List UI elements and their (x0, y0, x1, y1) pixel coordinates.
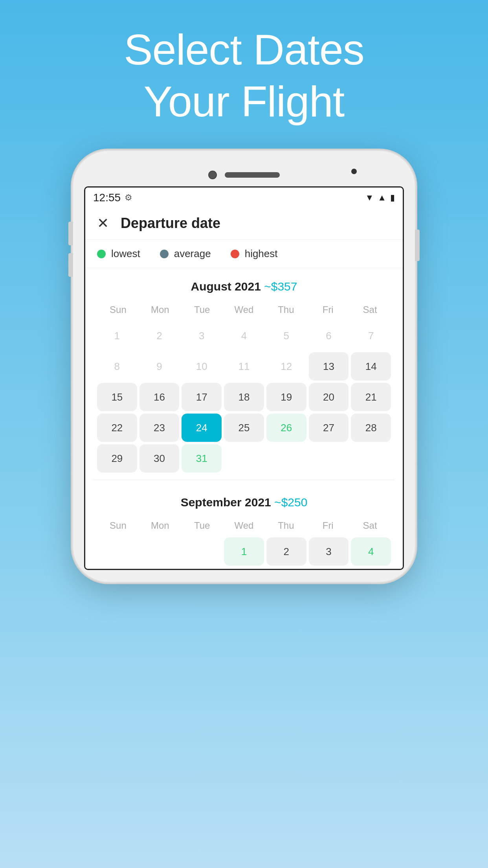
day-thu: Thu (265, 301, 307, 318)
hero-title: Select Dates Your Flight (0, 0, 488, 151)
calendar-day-13[interactable]: 13 (309, 352, 349, 381)
screen-title: Departure date (121, 215, 220, 232)
day-mon: Mon (139, 301, 181, 318)
calendar-day-4: 4 (224, 322, 264, 350)
power-button (415, 230, 420, 261)
phone-wrapper: 12:55 ⚙ ▼ ▲ ▮ ✕ Departure date lowest (0, 151, 488, 582)
september-price: ~$250 (274, 496, 307, 509)
day-sun: Sun (97, 301, 139, 318)
average-dot (160, 250, 169, 258)
volume-up-button (68, 222, 73, 245)
calendar-day-empty (266, 444, 306, 473)
month-separator (93, 480, 395, 480)
september-title: September 2021 (181, 496, 271, 509)
calendar-day-16[interactable]: 16 (139, 383, 180, 411)
september-day-names: Sun Mon Tue Wed Thu Fri Sat (93, 517, 395, 534)
gear-icon: ⚙ (125, 193, 132, 203)
sep-day-tue: Tue (181, 517, 223, 534)
sep-day-sat: Sat (349, 517, 391, 534)
close-button[interactable]: ✕ (97, 215, 109, 232)
day-wed: Wed (223, 301, 265, 318)
august-header: August 2021 ~$357 (93, 268, 395, 301)
calendar-day-15[interactable]: 15 (97, 383, 137, 411)
calendar-day-20[interactable]: 20 (309, 383, 349, 411)
calendar-day-27[interactable]: 27 (309, 414, 349, 442)
calendar-day-empty (351, 444, 391, 473)
sep-day-wed: Wed (223, 517, 265, 534)
calendar-day-empty (309, 444, 349, 473)
calendar-day-19[interactable]: 19 (266, 383, 306, 411)
calendar-day-22[interactable]: 22 (97, 414, 137, 442)
august-day-names: Sun Mon Tue Wed Thu Fri Sat (93, 301, 395, 318)
calendar-day-14[interactable]: 14 (351, 352, 391, 381)
calendar-day-24[interactable]: 24 (182, 414, 222, 442)
battery-icon: ▮ (390, 193, 395, 203)
calendar-day-empty (97, 537, 137, 566)
calendar-day-30[interactable]: 30 (139, 444, 180, 473)
calendar-day-11: 11 (224, 352, 264, 381)
august-title: August 2021 (191, 280, 261, 293)
legend-highest: highest (231, 248, 278, 260)
calendar-day-1: 1 (97, 322, 137, 350)
calendar-day-26[interactable]: 26 (266, 414, 306, 442)
day-tue: Tue (181, 301, 223, 318)
app-header: ✕ Departure date (85, 207, 403, 240)
phone-speaker (225, 172, 280, 178)
calendar-day-1[interactable]: 1 (224, 537, 264, 566)
hero-section: Select Dates Your Flight (0, 0, 488, 151)
sep-day-fri: Fri (307, 517, 349, 534)
sep-day-thu: Thu (265, 517, 307, 534)
calendar-day-6: 6 (309, 322, 349, 350)
calendar-day-21[interactable]: 21 (351, 383, 391, 411)
calendar-day-empty (182, 537, 222, 566)
august-days-grid: 1234567891011121314151617181920212223242… (93, 318, 395, 476)
calendar-day-5: 5 (266, 322, 306, 350)
highest-dot (231, 250, 239, 258)
september-header: September 2021 ~$250 (93, 484, 395, 517)
lowest-dot (97, 250, 106, 258)
legend-lowest: lowest (97, 248, 140, 260)
status-bar: 12:55 ⚙ ▼ ▲ ▮ (85, 188, 403, 207)
calendar-day-25[interactable]: 25 (224, 414, 264, 442)
calendar-day-2: 2 (139, 322, 180, 350)
day-sat: Sat (349, 301, 391, 318)
wifi-icon: ▼ (365, 193, 374, 203)
volume-down-button (68, 253, 73, 277)
calendar-day-9: 9 (139, 352, 180, 381)
calendar-day-empty (139, 537, 180, 566)
status-time: 12:55 ⚙ (93, 191, 132, 204)
sensor-dot (351, 169, 357, 174)
calendar-day-4[interactable]: 4 (351, 537, 391, 566)
calendar-day-3: 3 (182, 322, 222, 350)
sep-day-sun: Sun (97, 517, 139, 534)
lowest-label: lowest (111, 248, 140, 260)
day-fri: Fri (307, 301, 349, 318)
signal-icon: ▲ (378, 193, 386, 203)
calendar-day-7: 7 (351, 322, 391, 350)
calendar-day-23[interactable]: 23 (139, 414, 180, 442)
calendar-day-28[interactable]: 28 (351, 414, 391, 442)
calendar-day-17[interactable]: 17 (182, 383, 222, 411)
hero-line1: Select Dates (124, 25, 364, 74)
calendar-day-18[interactable]: 18 (224, 383, 264, 411)
hero-line2: Your Flight (144, 77, 345, 125)
legend-average: average (160, 248, 211, 260)
august-calendar: August 2021 ~$357 Sun Mon Tue Wed Thu Fr… (85, 268, 403, 476)
phone-screen: 12:55 ⚙ ▼ ▲ ▮ ✕ Departure date lowest (84, 186, 404, 570)
status-icons: ▼ ▲ ▮ (365, 193, 395, 203)
average-label: average (174, 248, 211, 260)
calendar-day-8: 8 (97, 352, 137, 381)
phone-top (84, 163, 404, 186)
time-display: 12:55 (93, 191, 121, 204)
legend-bar: lowest average highest (85, 240, 403, 268)
calendar-day-29[interactable]: 29 (97, 444, 137, 473)
calendar-day-31[interactable]: 31 (182, 444, 222, 473)
calendar-day-empty (224, 444, 264, 473)
calendar-day-12: 12 (266, 352, 306, 381)
calendar-day-3[interactable]: 3 (309, 537, 349, 566)
calendar-day-2[interactable]: 2 (266, 537, 306, 566)
front-camera (208, 171, 217, 179)
september-days-grid: 1234 (93, 534, 395, 569)
august-price: ~$357 (264, 280, 297, 293)
calendar-day-10: 10 (182, 352, 222, 381)
